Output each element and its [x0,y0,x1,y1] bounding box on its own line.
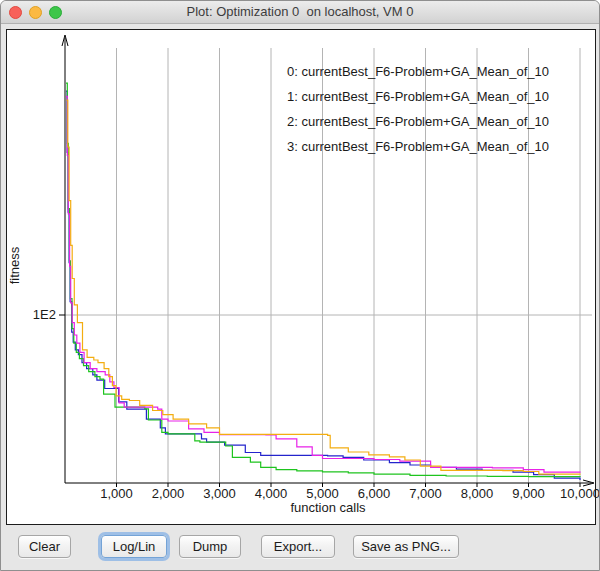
y-tick-label: 1E2 [33,307,56,322]
x-tick-label: 9,000 [512,486,545,501]
loglin-button[interactable]: Log/Lin [101,535,167,558]
x-tick-label: 4,000 [255,486,288,501]
y-axis-label: fitness [7,246,22,284]
x-tick-label: 1,000 [100,486,133,501]
x-tick-label: 2,000 [152,486,185,501]
x-tick-label: 6,000 [358,486,391,501]
window-title: Plot: Optimization 0 on localhost, VM 0 [1,1,599,23]
zoom-button[interactable] [49,6,62,19]
plot-window: Plot: Optimization 0 on localhost, VM 0 … [0,0,600,571]
x-tick-label: 7,000 [409,486,442,501]
x-tick-label: 5,000 [306,486,339,501]
legend-item: 0: currentBest_F6-Problem+GA_Mean_of_10 [287,64,549,79]
x-tick-label: 10,000 [560,486,600,501]
x-tick-label: 3,000 [203,486,236,501]
clear-button[interactable]: Clear [18,535,71,558]
save-png-button[interactable]: Save as PNG... [353,535,459,558]
minimize-button[interactable] [29,6,42,19]
close-button[interactable] [9,6,22,19]
title-bar[interactable]: Plot: Optimization 0 on localhost, VM 0 [1,1,599,24]
plot-panel: 1,0002,0003,0004,0005,0006,0007,0008,000… [6,29,596,525]
window-controls [9,6,62,19]
export-button[interactable]: Export... [261,535,335,558]
x-axis-label: function calls [290,500,366,515]
legend-item: 1: currentBest_F6-Problem+GA_Mean_of_10 [287,89,549,104]
x-tick-label: 8,000 [461,486,494,501]
series-line [67,100,581,475]
plot-canvas: 1,0002,0003,0004,0005,0006,0007,0008,000… [7,30,595,524]
legend-item: 3: currentBest_F6-Problem+GA_Mean_of_10 [287,139,549,154]
dump-button[interactable]: Dump [179,535,241,558]
legend-item: 2: currentBest_F6-Problem+GA_Mean_of_10 [287,114,549,129]
